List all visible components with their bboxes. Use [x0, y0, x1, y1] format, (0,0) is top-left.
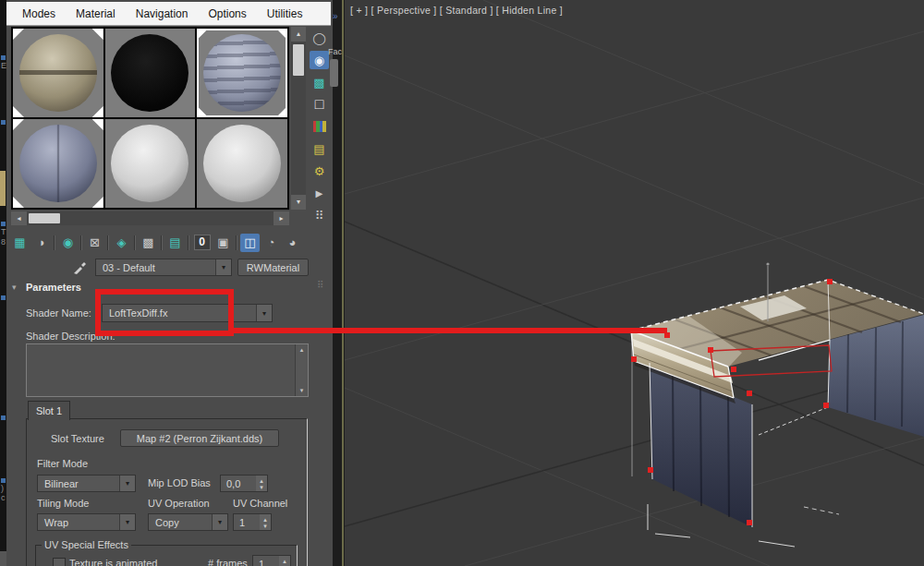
chevron-down-icon[interactable]: ▾ — [256, 305, 272, 321]
spinner-up-icon[interactable]: ▴ — [263, 516, 267, 523]
filter-mode-dropdown[interactable]: Bilinear ▾ — [37, 475, 136, 492]
chevron-down-icon[interactable]: ▾ — [119, 514, 135, 530]
menu-options[interactable]: Options — [198, 7, 256, 20]
mip-lod-bias-label: Mip LOD Bias — [148, 477, 211, 488]
texture-animated-label: Texture is animated — [69, 558, 157, 566]
menu-navigation[interactable]: Navigation — [126, 7, 199, 20]
scroll-up-icon[interactable]: ▴ — [296, 344, 308, 354]
tab-slot-1[interactable]: Slot 1 — [28, 401, 70, 420]
material-slot-selected[interactable] — [197, 29, 287, 117]
put-to-library-icon[interactable]: ▩ — [139, 234, 158, 252]
texture-animated-checkbox[interactable] — [53, 558, 66, 566]
annotation-rectangle — [95, 289, 234, 336]
material-type-button[interactable]: RWMaterial — [237, 259, 309, 276]
backlight-icon[interactable]: ▩ — [310, 73, 329, 91]
sample-uv-tiling-icon[interactable]: ◉ — [310, 51, 329, 69]
scroll-left-icon[interactable]: ◂ — [11, 211, 27, 225]
menu-utilities[interactable]: Utilities — [257, 7, 313, 20]
material-map-navigator-icon[interactable]: ⠿ — [310, 206, 329, 224]
edge-text-fragment: ) — [1, 484, 4, 493]
uv-special-effects-label: UV Special Effects — [42, 539, 131, 550]
save-material-icon[interactable]: ▤ — [165, 234, 185, 252]
edge-text-fragment: c — [1, 493, 6, 502]
make-preview-icon[interactable]: ▤ — [310, 139, 329, 158]
perspective-viewport[interactable]: [ + ] [ Perspective ] [ Standard ] [ Hid… — [345, 0, 924, 566]
select-by-material-icon[interactable]: ► — [310, 184, 329, 202]
slot-texture-button[interactable]: Map #2 (Perron Zijkant.dds) — [120, 429, 279, 447]
uv-channel-spinner[interactable]: 1 ▴▾ — [233, 513, 272, 531]
video-color-check-icon[interactable] — [310, 117, 329, 136]
material-slot[interactable] — [105, 119, 196, 208]
show-material-in-viewport-icon[interactable]: ▣ — [213, 234, 233, 252]
blue-banded-sphere — [203, 34, 281, 112]
shader-description-textarea[interactable]: ▴ ▾ — [26, 343, 309, 397]
edge-icon-fragment — [1, 55, 6, 60]
uv-operation-dropdown[interactable]: Copy ▾ — [148, 513, 228, 531]
options-icon[interactable]: ⚙ — [310, 162, 329, 180]
scroll-right-icon[interactable]: ▸ — [274, 211, 289, 225]
material-slot[interactable] — [13, 29, 103, 117]
uv-operation-value: Copy — [149, 517, 212, 528]
slots-horizontal-scrollbar[interactable]: ◂ ▸ — [11, 211, 289, 225]
spinner-down-icon[interactable]: ▾ — [263, 523, 267, 529]
tiling-mode-dropdown[interactable]: Wrap ▾ — [37, 513, 136, 531]
edge-icon-fragment — [1, 120, 6, 125]
scroll-down-icon[interactable]: ▾ — [291, 195, 306, 210]
parameters-header[interactable]: Parameters — [26, 282, 81, 293]
filter-mode-label: Filter Mode — [37, 458, 88, 469]
viewport-header-label[interactable]: [ + ] [ Perspective ] [ Standard ] [ Hid… — [350, 5, 563, 16]
spinner-down-icon[interactable]: ▾ — [260, 484, 263, 490]
editor-scrollbar-thumb[interactable] — [330, 59, 338, 87]
material-slot[interactable] — [197, 119, 287, 208]
mip-lod-bias-value: 0,0 — [221, 478, 256, 489]
chevron-down-icon[interactable]: ▾ — [119, 476, 135, 491]
menu-bar: Modes Material Navigation Options Utilit… — [6, 2, 331, 26]
show-end-result-icon[interactable]: ◫ — [240, 234, 260, 252]
frames-label: # frames — [208, 558, 248, 566]
material-slot[interactable] — [105, 29, 196, 117]
material-editor-toolbar: ▦ ◑ ◉ ⊠ ◈ ▩ ▤ 0 ▣ ◫ ◔ ◕ — [10, 232, 302, 253]
scroll-thumb[interactable] — [293, 44, 304, 76]
material-id-channel-button[interactable]: 0 — [192, 234, 212, 252]
paved-stone-sphere — [19, 34, 97, 112]
material-slot[interactable] — [13, 119, 103, 208]
sample-type-icon[interactable]: ◯ — [310, 29, 329, 47]
menu-overflow-chevron[interactable]: » — [333, 11, 338, 21]
spinner-up-icon[interactable]: ▴ — [283, 558, 286, 564]
put-material-to-scene-icon[interactable]: ◑ — [31, 234, 51, 252]
slots-vertical-scrollbar[interactable]: ▴ ▾ — [291, 27, 306, 210]
mip-lod-bias-spinner[interactable]: 0,0 ▴▾ — [220, 475, 268, 492]
edge-icon-fragment — [1, 415, 6, 420]
go-to-parent-icon[interactable]: ◔ — [261, 234, 281, 252]
menu-material[interactable]: Material — [66, 7, 126, 20]
description-scrollbar[interactable]: ▴ ▾ — [295, 344, 308, 396]
assign-material-to-selection-icon[interactable]: ◉ — [58, 234, 78, 252]
edge-tan-fragment — [0, 171, 6, 206]
rollout-collapse-icon[interactable]: ▾ — [12, 283, 17, 292]
edge-foot — [0, 551, 6, 566]
gray-sphere — [203, 125, 281, 202]
material-name-dropdown[interactable]: 03 - Default ▾ — [95, 259, 232, 276]
go-forward-to-sibling-icon[interactable]: ◕ — [283, 234, 302, 252]
eyedropper-icon[interactable] — [72, 259, 89, 276]
rollout-grip-icon: ⠿ — [317, 280, 323, 290]
spinner-up-icon[interactable]: ▴ — [260, 477, 263, 484]
edge-icon-fragment — [1, 478, 6, 483]
background-icon[interactable]: □ — [310, 95, 329, 114]
viewport-canvas[interactable] — [345, 0, 924, 566]
get-material-icon[interactable]: ▦ — [10, 234, 30, 252]
material-sample-slots — [11, 27, 289, 210]
reset-map-icon[interactable]: ⊠ — [85, 234, 104, 252]
scroll-down-icon[interactable]: ▾ — [296, 387, 308, 394]
scroll-up-icon[interactable]: ▴ — [291, 27, 306, 42]
make-unique-icon[interactable]: ◈ — [112, 234, 131, 252]
chevron-down-icon[interactable]: ▾ — [215, 259, 231, 275]
menu-modes[interactable]: Modes — [12, 7, 66, 20]
background-app-edge: E T 8 ) c — [0, 0, 6, 566]
annotation-line — [228, 328, 667, 333]
frames-spinner[interactable]: 1 ▴▾ — [252, 555, 291, 566]
slot-texture-label: Slot Texture — [51, 433, 104, 444]
chevron-down-icon[interactable]: ▾ — [212, 514, 227, 530]
edge-icon-fragment — [1, 222, 6, 226]
scroll-thumb[interactable] — [29, 213, 60, 223]
